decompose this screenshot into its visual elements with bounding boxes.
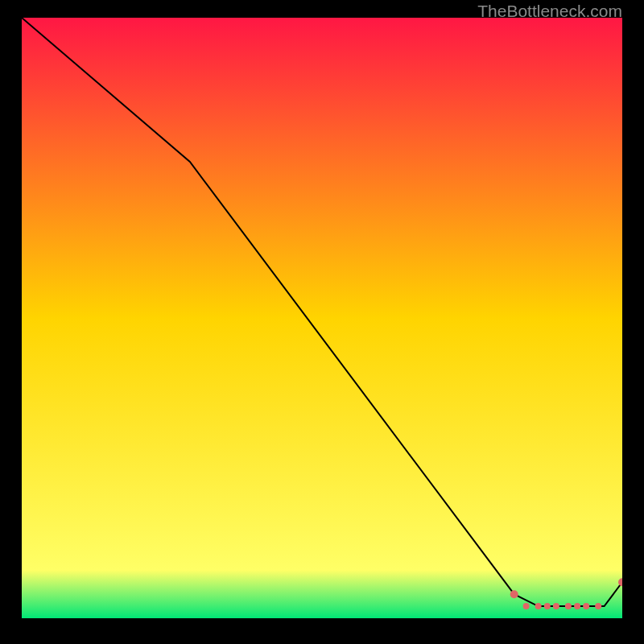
marker-dot	[535, 603, 542, 609]
chart-svg	[22, 18, 622, 618]
chart-area	[22, 18, 622, 618]
marker-dot	[565, 603, 572, 609]
marker-dot	[574, 603, 580, 609]
chart-background	[22, 18, 622, 618]
marker-dot	[523, 603, 530, 609]
marker-dot	[553, 603, 559, 609]
marker-dot	[595, 603, 601, 609]
marker-dot	[510, 590, 518, 598]
marker-dot	[544, 603, 551, 609]
marker-dot	[583, 603, 589, 609]
